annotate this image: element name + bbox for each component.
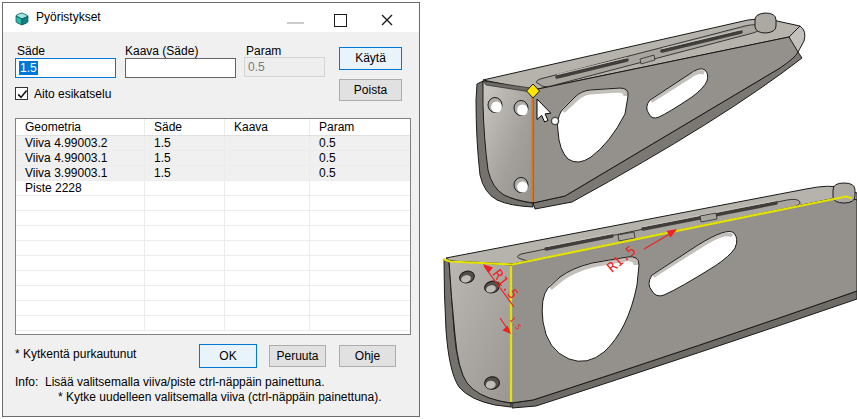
row-geometria: Viiva 4.99003.2 [16, 136, 145, 150]
empty-row [16, 226, 410, 241]
formula-input[interactable] [125, 58, 236, 78]
row-sade [145, 181, 225, 195]
col-kaava: Kaava [225, 119, 310, 135]
empty-row [16, 241, 410, 256]
bracket-model-bottom[interactable]: R1.5 1.5 R1.5 [443, 183, 857, 408]
dialog-titlebar[interactable]: Pyöristykset [3, 3, 419, 32]
radius-label: Säde [17, 44, 45, 58]
end-boss [833, 183, 855, 203]
empty-row [16, 286, 410, 301]
info-line-1: Lisää valitsemalla viiva/piste ctrl-näpp… [45, 375, 325, 389]
dialog-title: Pyöristykset [36, 3, 101, 32]
col-param: Param [310, 119, 410, 135]
row-kaava [225, 136, 310, 150]
col-geometria: Geometria [16, 119, 145, 135]
table-row[interactable]: Viiva 3.99003.1 1.5 0.5 [16, 166, 410, 181]
info-label: Info: [15, 375, 38, 389]
empty-row [16, 196, 410, 211]
minimize-icon [287, 22, 304, 24]
remove-button[interactable]: Poista [339, 79, 402, 101]
apply-button[interactable]: Käytä [339, 47, 402, 70]
row-param: 0.5 [310, 151, 410, 165]
row-kaava [225, 166, 310, 180]
ok-button[interactable]: OK [199, 344, 257, 368]
fillet-app-icon [14, 10, 30, 26]
param-input: 0.5 [244, 57, 325, 77]
row-geometria: Piste 2228 [16, 181, 145, 195]
radius-value: 1.5 [19, 61, 38, 75]
row-geometria: Viiva 4.99003.1 [16, 151, 145, 165]
row-kaava [225, 151, 310, 165]
preview-checkbox-label: Aito esikatselu [34, 87, 111, 101]
empty-row [16, 211, 410, 226]
row-param: 0.5 [310, 136, 410, 150]
empty-row [16, 271, 410, 286]
empty-row [16, 301, 410, 316]
bolt-hole[interactable] [514, 178, 528, 193]
row-sade: 1.5 [145, 136, 225, 150]
row-kaava [225, 181, 310, 195]
bolt-hole[interactable] [514, 101, 528, 116]
empty-row [16, 316, 410, 331]
screen: Pyöristykset Säde Kaava (Säde) Param 1.5… [0, 0, 857, 419]
cad-3d-viewport[interactable]: R1.5 1.5 R1.5 [420, 0, 857, 419]
table-row[interactable]: Viiva 4.99003.2 1.5 0.5 [16, 136, 410, 151]
param-label: Param [246, 44, 281, 58]
row-param [310, 181, 410, 195]
status-note: * Kytkentä purkautunut [15, 347, 136, 361]
bolt-hole[interactable] [488, 98, 502, 113]
table-header: Geometria Säde Kaava Param [16, 119, 410, 136]
radius-input[interactable]: 1.5 [15, 58, 116, 78]
snap-point-marker[interactable] [551, 117, 558, 124]
maximize-icon[interactable] [334, 14, 347, 27]
row-sade: 1.5 [145, 166, 225, 180]
formula-label: Kaava (Säde) [125, 44, 198, 58]
end-boss [755, 13, 776, 33]
geometry-table[interactable]: Geometria Säde Kaava Param Viiva 4.99003… [15, 118, 411, 335]
preview-checkbox[interactable] [15, 87, 28, 100]
param-value: 0.5 [248, 60, 265, 74]
cancel-button[interactable]: Peruuta [269, 345, 326, 367]
checkmark-icon [16, 88, 29, 101]
close-icon[interactable] [379, 12, 395, 28]
info-line-2: * Kytke uudelleen valitsemalla viiva (ct… [58, 390, 382, 404]
help-button[interactable]: Ohje [339, 345, 396, 367]
empty-row [16, 256, 410, 271]
table-row[interactable]: Piste 2228 [16, 181, 410, 196]
bracket-model-top[interactable] [476, 13, 805, 209]
fillet-dialog: Pyöristykset Säde Kaava (Säde) Param 1.5… [2, 2, 420, 417]
row-param: 0.5 [310, 166, 410, 180]
row-sade: 1.5 [145, 151, 225, 165]
row-geometria: Viiva 3.99003.1 [16, 166, 145, 180]
table-row[interactable]: Viiva 4.99003.1 1.5 0.5 [16, 151, 410, 166]
col-sade: Säde [145, 119, 225, 135]
